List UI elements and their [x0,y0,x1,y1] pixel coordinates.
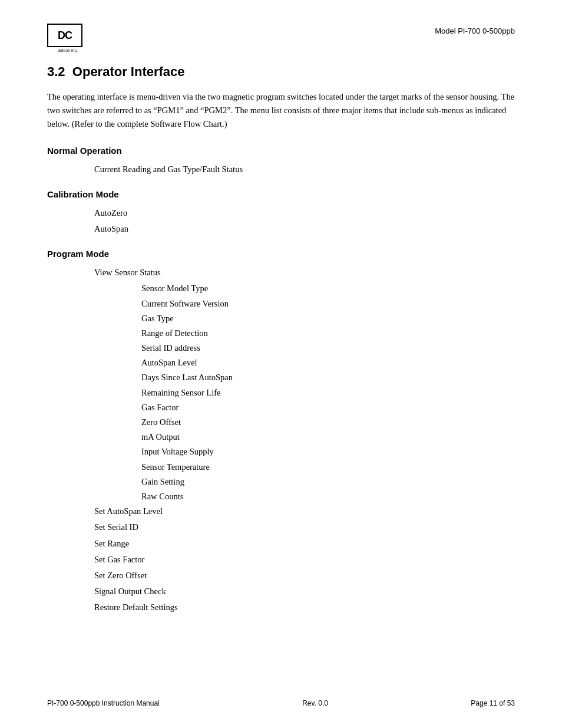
list-item: Current Reading and Gas Type/Fault Statu… [94,163,515,176]
list-item: Sensor Model Type [141,282,515,295]
model-info: Model PI-700 0-500ppb [435,24,515,35]
list-item-view-sensor-status: View Sensor Status [94,266,515,279]
program-mode-section: Program Mode View Sensor Status Sensor M… [47,249,515,614]
program-mode-heading: Program Mode [47,249,515,259]
calibration-mode-section: Calibration Mode AutoZero AutoSpan [47,189,515,236]
list-item-gas-type: Gas Type [141,312,515,325]
list-item: Range of Detection [141,327,515,340]
page: DC detcon inc. Model PI-700 0-500ppb 3.2… [0,0,562,728]
list-item-signal-output-check: Signal Output Check [94,585,515,598]
list-item: AutoSpan Level [141,356,515,370]
footer-center: Rev. 0.0 [302,699,328,707]
intro-paragraph: The operating interface is menu-driven v… [47,90,515,131]
list-item: AutoSpan [94,222,515,236]
list-item: Set AutoSpan Level [94,505,515,518]
list-item-raw-counts: Raw Counts [141,490,515,503]
list-item: Zero Offset [141,416,515,429]
list-item: Days Since Last AutoSpan [141,371,515,384]
section-number: 3.2 [47,64,65,79]
normal-operation-section: Normal Operation Current Reading and Gas… [47,146,515,176]
list-item: Set Zero Offset [94,569,515,582]
list-item-gas-factor: Gas Factor [141,401,515,414]
logo-icon: DC [47,24,82,47]
section-title: 3.2 Operator Interface [47,64,515,80]
page-header: DC detcon inc. Model PI-700 0-500ppb [47,24,515,52]
program-mode-list: View Sensor Status Sensor Model Type Cur… [47,266,515,614]
footer-left: PI-700 0-500ppb Instruction Manual [47,699,160,707]
logo-subtext: detcon inc. [47,48,88,52]
list-item-input-voltage-supply: Input Voltage Supply [141,445,515,459]
footer-right: Page 11 of 53 [471,699,515,707]
logo-text: DC [58,29,72,42]
normal-operation-heading: Normal Operation [47,146,515,156]
calibration-mode-list: AutoZero AutoSpan [47,206,515,236]
list-item: Sensor Temperature [141,460,515,474]
list-item: Set Range [94,537,515,551]
list-item: AutoZero [94,206,515,220]
list-item-set-gas-factor: Set Gas Factor [94,553,515,566]
list-item-remaining-sensor-life: Remaining Sensor Life [141,386,515,400]
logo-area: DC detcon inc. [47,24,88,52]
list-item-current-software-version: Current Software Version [141,297,515,311]
list-item: Serial ID address [141,341,515,355]
normal-operation-list: Current Reading and Gas Type/Fault Statu… [47,163,515,176]
page-footer: PI-700 0-500ppb Instruction Manual Rev. … [47,699,515,707]
list-item: Gain Setting [141,475,515,489]
list-item: Set Serial ID [94,521,515,534]
list-item: Restore Default Settings [94,601,515,614]
calibration-mode-heading: Calibration Mode [47,189,515,199]
list-item: mA Output [141,430,515,444]
section-heading: Operator Interface [72,64,185,79]
